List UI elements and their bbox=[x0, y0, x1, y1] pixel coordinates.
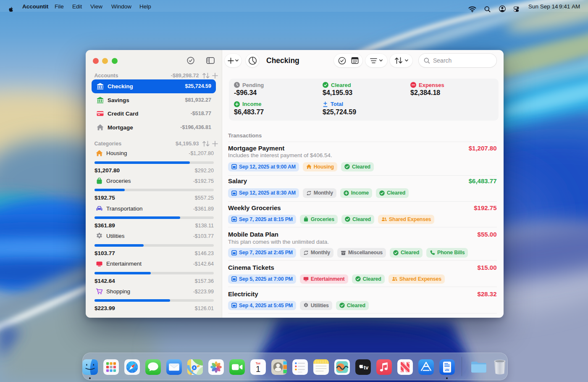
svg-text:tv: tv bbox=[364, 365, 368, 371]
svg-text:1: 1 bbox=[255, 364, 260, 374]
